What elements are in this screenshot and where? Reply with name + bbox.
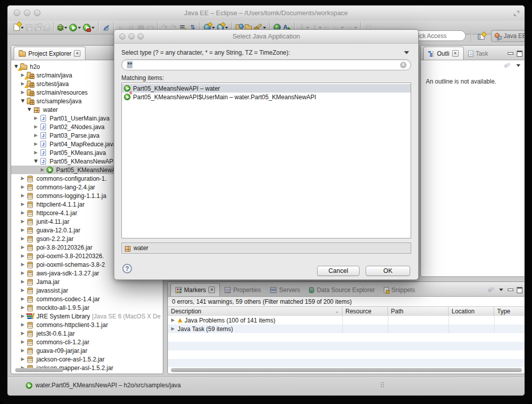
expand-arrow-icon[interactable] [33,114,39,123]
column-header-path[interactable]: Path [388,307,449,316]
expand-arrow-icon[interactable] [20,209,26,217]
expand-arrow-icon[interactable] [20,252,26,260]
tab-task[interactable]: Task [464,47,493,60]
tab-close-icon[interactable] [74,50,80,57]
zoom-window-button[interactable] [34,10,40,16]
dialog-minimize-button[interactable] [128,33,135,39]
run-external-button[interactable] [82,21,96,33]
horizontal-scrollbar[interactable] [171,368,522,372]
tab-project-explorer[interactable]: Project Explorer [14,47,85,60]
tab-snippets[interactable]: Snippets [379,284,420,296]
expand-arrow-icon[interactable] [20,269,26,277]
tab-servers[interactable]: Servers [265,284,304,296]
tab-close-icon[interactable] [452,50,459,57]
expand-arrow-icon[interactable] [20,295,26,303]
expand-arrow-icon[interactable] [33,157,39,166]
tree-item[interactable]: commons-codec-1.4.jar [11,295,163,303]
markers-row[interactable]: Java Problems (100 of 141 items) [168,316,525,325]
dialog-zoom-button[interactable] [138,33,144,39]
view-menu-icon[interactable] [499,287,504,292]
tree-item[interactable]: commons-httpclient-3.1.jar [11,320,163,329]
expand-arrow-icon[interactable] [20,286,26,295]
tree-item[interactable]: JRE System Library[Java SE 6 (MacOS X De [11,312,163,320]
expand-arrow-icon[interactable] [33,140,39,148]
expand-arrow-icon[interactable] [20,303,26,312]
ok-button[interactable]: OK [366,266,410,276]
fullscreen-icon[interactable] [514,11,519,16]
expand-arrow-icon[interactable] [33,148,39,157]
markers-row[interactable]: Java Task (59 items) [168,325,525,333]
dialog-titlebar[interactable]: Select Java Application [114,30,418,44]
expand-arrow-icon[interactable] [33,131,39,140]
expand-arrow-icon[interactable] [20,174,26,183]
column-header-type[interactable]: Type [494,307,525,316]
maximize-view-icon[interactable] [516,51,522,56]
perspective-java-ee-button[interactable]: Java EE [491,30,525,42]
expand-arrow-icon[interactable] [20,346,26,355]
column-header-description[interactable]: Description▲ [168,307,342,316]
expand-arrow-icon[interactable] [20,243,26,252]
expand-arrow-icon[interactable] [20,191,26,200]
expand-arrow-icon[interactable] [20,97,26,105]
dropdown-arrow-icon [20,23,24,31]
expand-arrow-icon[interactable] [20,355,26,363]
expand-arrow-icon[interactable] [20,200,26,209]
expand-arrow-icon[interactable] [20,88,26,97]
maximize-view-icon[interactable] [516,287,522,292]
view-menu-icon[interactable] [516,63,521,68]
tab-data-source-explorer[interactable]: Data Source Explorer [304,284,379,296]
tree-item[interactable]: jets3t-0.6.1.jar [11,329,163,338]
expand-arrow-icon[interactable] [170,316,176,325]
cancel-button[interactable]: Cancel [317,266,360,276]
skip-all-breakpoints-button[interactable] [101,21,111,33]
column-header-resource[interactable]: Resource [342,307,388,316]
minimize-window-button[interactable] [24,10,30,16]
expand-arrow-icon[interactable] [20,217,26,226]
debug-button[interactable] [57,21,68,33]
dialog-close-button[interactable] [119,33,125,39]
tree-item-label: jets3t-0.6.1.jar [36,330,75,337]
expand-arrow-icon[interactable] [170,325,176,333]
type-filter-input[interactable]: ** [121,59,411,70]
drag-grip-icon[interactable] [381,382,385,388]
jar-icon [27,228,33,234]
expand-arrow-icon[interactable] [20,320,26,329]
window-titlebar[interactable]: Java EE – Eclipse – /Users/tomk/Document… [8,6,524,21]
run-icon [69,24,77,31]
expand-arrow-icon[interactable] [20,183,26,191]
expand-arrow-icon[interactable] [33,123,39,131]
column-header-location[interactable]: Location [449,307,494,316]
clear-filter-icon[interactable] [400,62,407,68]
expand-arrow-icon[interactable] [20,338,26,346]
expand-arrow-icon[interactable] [39,166,46,174]
expand-arrow-icon[interactable] [20,312,26,320]
select-type-label: Select type (? = any character, * = any … [121,49,290,56]
tree-item[interactable]: commons-cli-1.2.jar [11,338,163,346]
tab-outline[interactable]: Outli [423,47,464,60]
new-wizard-button[interactable] [13,21,25,33]
expand-arrow-icon[interactable] [26,105,32,114]
filter-menu-arrow-icon[interactable] [404,51,409,54]
close-window-button[interactable] [14,10,20,16]
tab-markers[interactable]: Markers [170,283,220,296]
expand-arrow-icon[interactable] [20,260,26,269]
tree-item[interactable]: jackson-core-asl-1.5.2.jar [11,355,163,363]
tab-properties[interactable]: Properties [220,284,265,296]
tree-item[interactable]: javassist.jar [11,286,163,295]
minimize-view-icon[interactable] [507,51,513,56]
horizontal-scrollbar[interactable] [15,368,63,372]
expand-arrow-icon[interactable] [20,226,26,234]
minimize-view-icon[interactable] [507,287,513,292]
open-perspective-button[interactable] [475,31,487,42]
help-button[interactable]: ? [122,264,132,273]
tree-item-icon-wrap [26,98,34,104]
expand-arrow-icon[interactable] [20,234,26,243]
expand-arrow-icon[interactable] [20,277,26,286]
expand-arrow-icon[interactable] [20,329,26,338]
matching-item[interactable]: Part05_KMeansNewAPI – water [122,84,411,93]
tab-close-icon[interactable] [208,287,215,293]
tree-item[interactable]: mockito-all-1.9.5.jar [11,303,163,312]
matching-item[interactable]: Part05_KMeansNewAPI$UserMain – water.Par… [122,93,411,101]
run-button[interactable] [68,21,82,33]
tree-item[interactable]: guava-r09-jarjar.jar [11,346,163,355]
